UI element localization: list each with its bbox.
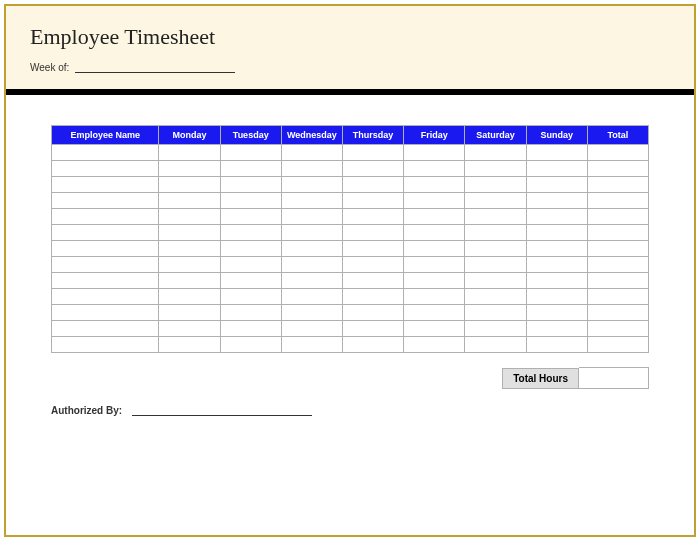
cell[interactable] — [404, 337, 465, 353]
cell[interactable] — [220, 225, 281, 241]
cell[interactable] — [404, 145, 465, 161]
cell[interactable] — [587, 193, 648, 209]
cell[interactable] — [159, 241, 220, 257]
cell[interactable] — [587, 209, 648, 225]
cell[interactable] — [404, 161, 465, 177]
cell[interactable] — [220, 161, 281, 177]
cell[interactable] — [281, 257, 342, 273]
cell[interactable] — [220, 273, 281, 289]
cell[interactable] — [587, 305, 648, 321]
cell[interactable] — [52, 337, 159, 353]
cell[interactable] — [404, 289, 465, 305]
cell[interactable] — [220, 337, 281, 353]
cell[interactable] — [465, 225, 526, 241]
cell[interactable] — [404, 257, 465, 273]
cell[interactable] — [404, 177, 465, 193]
cell[interactable] — [526, 337, 587, 353]
cell[interactable] — [343, 145, 404, 161]
cell[interactable] — [159, 321, 220, 337]
cell[interactable] — [52, 145, 159, 161]
cell[interactable] — [404, 273, 465, 289]
cell[interactable] — [343, 321, 404, 337]
cell[interactable] — [159, 209, 220, 225]
cell[interactable] — [343, 257, 404, 273]
cell[interactable] — [281, 321, 342, 337]
cell[interactable] — [220, 145, 281, 161]
cell[interactable] — [526, 321, 587, 337]
cell[interactable] — [220, 241, 281, 257]
cell[interactable] — [587, 289, 648, 305]
cell[interactable] — [220, 177, 281, 193]
cell[interactable] — [343, 241, 404, 257]
cell[interactable] — [526, 177, 587, 193]
cell[interactable] — [343, 177, 404, 193]
cell[interactable] — [587, 273, 648, 289]
cell[interactable] — [465, 321, 526, 337]
cell[interactable] — [159, 161, 220, 177]
cell[interactable] — [52, 241, 159, 257]
cell[interactable] — [159, 273, 220, 289]
cell[interactable] — [281, 241, 342, 257]
cell[interactable] — [587, 177, 648, 193]
cell[interactable] — [465, 161, 526, 177]
cell[interactable] — [52, 177, 159, 193]
cell[interactable] — [52, 193, 159, 209]
cell[interactable] — [281, 177, 342, 193]
cell[interactable] — [526, 145, 587, 161]
cell[interactable] — [281, 161, 342, 177]
cell[interactable] — [159, 177, 220, 193]
cell[interactable] — [281, 225, 342, 241]
cell[interactable] — [526, 225, 587, 241]
cell[interactable] — [465, 209, 526, 225]
cell[interactable] — [220, 257, 281, 273]
cell[interactable] — [220, 193, 281, 209]
week-of-input-line[interactable] — [75, 72, 235, 73]
cell[interactable] — [465, 337, 526, 353]
cell[interactable] — [404, 225, 465, 241]
cell[interactable] — [281, 145, 342, 161]
cell[interactable] — [526, 241, 587, 257]
cell[interactable] — [526, 305, 587, 321]
cell[interactable] — [343, 305, 404, 321]
cell[interactable] — [465, 145, 526, 161]
cell[interactable] — [220, 321, 281, 337]
cell[interactable] — [587, 337, 648, 353]
cell[interactable] — [159, 193, 220, 209]
cell[interactable] — [52, 305, 159, 321]
cell[interactable] — [220, 305, 281, 321]
cell[interactable] — [281, 305, 342, 321]
cell[interactable] — [587, 321, 648, 337]
cell[interactable] — [404, 241, 465, 257]
cell[interactable] — [404, 193, 465, 209]
cell[interactable] — [587, 161, 648, 177]
cell[interactable] — [281, 337, 342, 353]
cell[interactable] — [465, 273, 526, 289]
cell[interactable] — [465, 289, 526, 305]
cell[interactable] — [220, 289, 281, 305]
cell[interactable] — [343, 209, 404, 225]
cell[interactable] — [526, 289, 587, 305]
cell[interactable] — [52, 289, 159, 305]
cell[interactable] — [159, 145, 220, 161]
cell[interactable] — [526, 161, 587, 177]
cell[interactable] — [587, 145, 648, 161]
cell[interactable] — [159, 225, 220, 241]
cell[interactable] — [281, 289, 342, 305]
cell[interactable] — [220, 209, 281, 225]
cell[interactable] — [404, 321, 465, 337]
cell[interactable] — [465, 177, 526, 193]
cell[interactable] — [159, 257, 220, 273]
authorized-by-input-line[interactable] — [132, 415, 312, 416]
cell[interactable] — [343, 225, 404, 241]
cell[interactable] — [343, 337, 404, 353]
cell[interactable] — [159, 337, 220, 353]
cell[interactable] — [52, 321, 159, 337]
cell[interactable] — [52, 161, 159, 177]
cell[interactable] — [52, 225, 159, 241]
cell[interactable] — [281, 209, 342, 225]
cell[interactable] — [465, 257, 526, 273]
cell[interactable] — [526, 193, 587, 209]
cell[interactable] — [52, 273, 159, 289]
cell[interactable] — [343, 193, 404, 209]
cell[interactable] — [52, 209, 159, 225]
